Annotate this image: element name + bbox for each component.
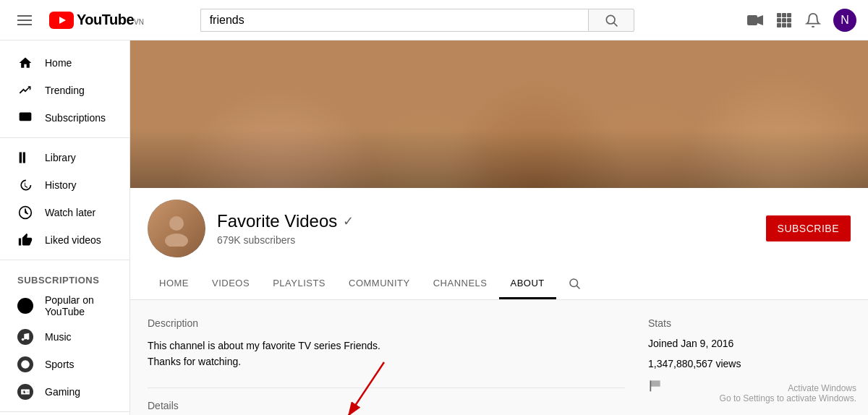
- sidebar-item-trending[interactable]: Trending: [0, 77, 129, 104]
- banner-image: [130, 40, 868, 188]
- verified-icon: ✓: [343, 213, 354, 229]
- library-icon: [17, 150, 33, 166]
- search-button[interactable]: [588, 9, 634, 32]
- sidebar: Home Trending Subscriptions Library H: [0, 40, 130, 415]
- video-camera-icon[interactable]: [746, 12, 764, 29]
- tab-home[interactable]: HOME: [148, 269, 200, 299]
- channel-avatar-image: [148, 200, 205, 257]
- flag-icon[interactable]: [648, 378, 851, 396]
- svg-rect-13: [782, 23, 786, 27]
- sidebar-divider-1: [0, 137, 129, 138]
- music-icon: [17, 329, 33, 345]
- sports-icon: [17, 356, 33, 372]
- svg-rect-4: [747, 15, 757, 25]
- sidebar-label-trending: Trending: [45, 85, 85, 96]
- svg-point-20: [27, 338, 30, 341]
- sidebar-item-subscriptions[interactable]: Subscriptions: [0, 104, 129, 132]
- sidebar-item-history[interactable]: History: [0, 171, 129, 199]
- about-section: Description This channel is about my fav…: [130, 300, 868, 415]
- layout: Home Trending Subscriptions Library H: [0, 40, 868, 415]
- sidebar-label-popular: Popular on YouTube: [45, 294, 112, 317]
- tab-about[interactable]: ABOUT: [499, 269, 556, 299]
- youtube-logo-icon: [49, 12, 74, 29]
- about-right: Stats Joined Jan 9, 2016 1,347,880,567 v…: [648, 317, 851, 415]
- svg-point-2: [606, 15, 615, 24]
- gaming-icon: [17, 384, 33, 400]
- sidebar-label-library: Library: [45, 152, 76, 163]
- logo-country: VN: [134, 18, 144, 26]
- svg-rect-11: [787, 18, 791, 22]
- trending-icon: [17, 82, 33, 98]
- sidebar-item-home[interactable]: Home: [0, 49, 129, 77]
- hamburger-menu[interactable]: [12, 9, 38, 31]
- svg-rect-10: [782, 18, 786, 22]
- sidebar-divider-3: [0, 411, 129, 412]
- channel-info: Favorite Videos ✓ 679K subscribers SUBSC…: [130, 188, 868, 269]
- header-right: N: [746, 9, 856, 32]
- svg-point-25: [570, 279, 578, 287]
- sidebar-label-liked-videos: Liked videos: [45, 234, 101, 246]
- avatar[interactable]: N: [833, 9, 856, 32]
- home-icon: [17, 55, 33, 71]
- history-icon: [17, 177, 33, 193]
- description-heading: Description: [148, 317, 625, 329]
- watch-later-icon: [17, 205, 33, 221]
- sidebar-label-subscriptions: Subscriptions: [45, 112, 106, 124]
- sidebar-label-gaming: Gaming: [45, 386, 80, 398]
- svg-rect-16: [20, 153, 22, 163]
- search-icon: [604, 13, 618, 27]
- subscriptions-section-title: SUBSCRIPTIONS: [0, 266, 129, 288]
- svg-rect-14: [787, 23, 791, 27]
- subscriptions-icon: [17, 110, 33, 126]
- tab-videos[interactable]: VIDEOS: [200, 269, 261, 299]
- sidebar-label-home: Home: [45, 57, 72, 69]
- sidebar-label-music: Music: [45, 331, 72, 343]
- channel-name: Favorite Videos ✓: [217, 211, 754, 231]
- main-content: Favorite Videos ✓ 679K subscribers SUBSC…: [130, 40, 868, 415]
- about-divider: [148, 388, 625, 388]
- search-input[interactable]: [200, 9, 588, 32]
- sidebar-label-watch-later: Watch later: [45, 207, 95, 218]
- sidebar-item-music[interactable]: Music: [0, 323, 129, 351]
- about-left: Description This channel is about my fav…: [148, 317, 625, 415]
- tab-community[interactable]: COMMUNITY: [337, 269, 422, 299]
- logo-text: YouTube: [77, 12, 134, 27]
- svg-rect-12: [777, 23, 781, 27]
- svg-rect-9: [777, 18, 781, 22]
- notifications-icon[interactable]: [804, 12, 822, 29]
- details-heading: Details: [148, 400, 625, 411]
- svg-line-26: [576, 286, 579, 288]
- apps-icon[interactable]: [775, 12, 793, 29]
- subscribe-button[interactable]: SUBSCRIBE: [766, 215, 851, 241]
- sidebar-item-liked-videos[interactable]: Liked videos: [0, 226, 129, 254]
- svg-rect-8: [787, 13, 791, 17]
- tab-search-icon[interactable]: [562, 271, 587, 298]
- popular-icon: [17, 298, 33, 314]
- svg-marker-5: [757, 15, 763, 25]
- channel-subscribers: 679K subscribers: [217, 234, 754, 246]
- tab-channels[interactable]: CHANNELS: [422, 269, 499, 299]
- svg-rect-7: [782, 13, 786, 17]
- logo-text-group: YouTubeVN: [77, 12, 144, 28]
- header-left: YouTubeVN: [12, 9, 144, 31]
- svg-rect-17: [23, 153, 25, 163]
- svg-point-21: [21, 360, 30, 369]
- svg-point-19: [22, 338, 25, 341]
- channel-banner: [130, 40, 868, 188]
- stats-joined: Joined Jan 9, 2016: [648, 338, 851, 349]
- sidebar-item-popular[interactable]: Popular on YouTube: [0, 288, 129, 323]
- sidebar-item-gaming[interactable]: Gaming: [0, 378, 129, 406]
- channel-details: Favorite Videos ✓ 679K subscribers: [217, 211, 754, 246]
- sidebar-label-history: History: [45, 179, 77, 191]
- sidebar-item-library[interactable]: Library: [0, 144, 129, 171]
- header: YouTubeVN: [0, 0, 868, 40]
- sidebar-item-watch-later[interactable]: Watch later: [0, 199, 129, 226]
- stats-views: 1,347,880,567 views: [648, 358, 851, 369]
- sidebar-item-sports[interactable]: Sports: [0, 351, 129, 378]
- liked-videos-icon: [17, 232, 33, 248]
- svg-point-24: [165, 234, 188, 247]
- search-bar: [200, 9, 634, 32]
- logo[interactable]: YouTubeVN: [49, 12, 144, 29]
- tab-playlists[interactable]: PLAYLISTS: [261, 269, 337, 299]
- svg-rect-15: [20, 113, 32, 121]
